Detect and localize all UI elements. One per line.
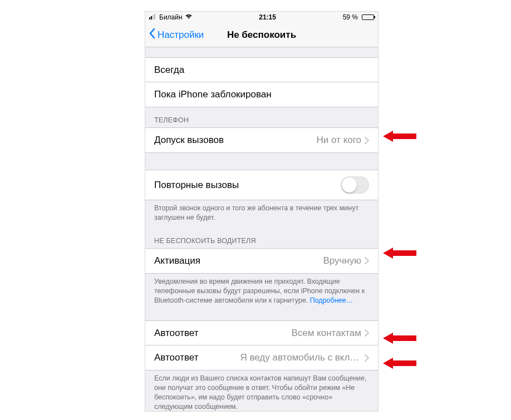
repeat-calls-label: Повторные вызовы: [154, 180, 239, 191]
silence-while-locked-label: Пока iPhone заблокирован: [154, 89, 272, 100]
allow-calls-row[interactable]: Допуск вызовов Ни от кого: [145, 128, 378, 152]
activation-footer-link[interactable]: Подробнее…: [310, 297, 353, 304]
svg-rect-3: [154, 14, 155, 19]
back-button[interactable]: Настройки: [145, 28, 204, 42]
autoreply-msg-value: Я веду автомобиль с включенн…: [240, 352, 361, 363]
back-label: Настройки: [158, 29, 204, 41]
repeat-calls-footer: Второй звонок одного и того же абонента …: [145, 200, 378, 228]
annotation-arrow: [383, 129, 416, 144]
allow-calls-value: Ни от кого: [317, 135, 361, 146]
activation-label: Активация: [154, 255, 200, 266]
silence-always-label: Всегда: [154, 65, 184, 76]
silence-always-row[interactable]: Всегда: [145, 58, 378, 82]
autoreply-msg-label: Автоответ: [154, 352, 198, 363]
silence-while-locked-row[interactable]: Пока iPhone заблокирован: [145, 82, 378, 107]
autoreply-msg-row[interactable]: Автоответ Я веду автомобиль с включенн…: [145, 345, 378, 370]
status-time: 21:15: [259, 13, 276, 21]
annotation-arrow: [383, 356, 416, 370]
activation-row[interactable]: Активация Вручную: [145, 249, 378, 273]
phone-group: Допуск вызовов Ни от кого: [145, 127, 378, 153]
autoreply-to-value: Всем контактам: [291, 328, 361, 339]
activation-group: Активация Вручную: [145, 248, 378, 274]
battery-icon: [362, 14, 374, 20]
battery-pct: 59 %: [343, 13, 358, 21]
chevron-right-icon: [365, 137, 369, 144]
autoreply-to-label: Автоответ: [154, 328, 198, 339]
status-left: Билайн: [149, 13, 193, 21]
svg-marker-6: [383, 333, 416, 344]
chevron-left-icon: [149, 28, 155, 42]
signal-icon: [149, 13, 157, 21]
svg-rect-2: [153, 15, 154, 19]
svg-marker-5: [383, 248, 416, 259]
phone-frame: Билайн 21:15 59 % Настройки Не беспокоит…: [145, 11, 379, 412]
chevron-right-icon: [365, 257, 369, 264]
status-bar: Билайн 21:15 59 %: [145, 12, 378, 23]
repeat-calls-group: Повторные вызовы: [145, 170, 378, 200]
chevron-right-icon: [365, 354, 369, 362]
wifi-icon: [185, 13, 193, 21]
svg-marker-7: [383, 358, 416, 369]
content-scroll[interactable]: Всегда Пока iPhone заблокирован ТЕЛЕФОН …: [145, 47, 378, 411]
autoreply-footer: Если люди из Вашего списка контактов нап…: [145, 370, 378, 411]
activation-footer: Уведомления во время движения не приходя…: [145, 274, 378, 311]
navigation-bar: Настройки Не беспокоить: [145, 23, 378, 47]
carrier-label: Билайн: [159, 13, 183, 21]
svg-rect-0: [149, 17, 150, 19]
svg-marker-4: [383, 131, 416, 142]
chevron-right-icon: [365, 329, 369, 337]
autoreply-group: Автоответ Всем контактам Автоответ Я вед…: [145, 320, 378, 370]
toggle-knob: [342, 177, 357, 192]
phone-section-header: ТЕЛЕФОН: [145, 107, 378, 127]
repeat-calls-row: Повторные вызовы: [145, 170, 378, 200]
allow-calls-label: Допуск вызовов: [154, 135, 224, 146]
autoreply-to-row[interactable]: Автоответ Всем контактам: [145, 321, 378, 345]
repeat-calls-toggle[interactable]: [341, 176, 369, 194]
annotation-arrow: [383, 246, 416, 260]
status-right: 59 %: [343, 13, 374, 21]
silence-group: Всегда Пока iPhone заблокирован: [145, 57, 378, 107]
driving-section-header: НЕ БЕСПОКОИТЬ ВОДИТЕЛЯ: [145, 228, 378, 248]
activation-value: Вручную: [323, 255, 361, 266]
annotation-arrow: [383, 331, 416, 345]
svg-rect-1: [151, 16, 152, 19]
